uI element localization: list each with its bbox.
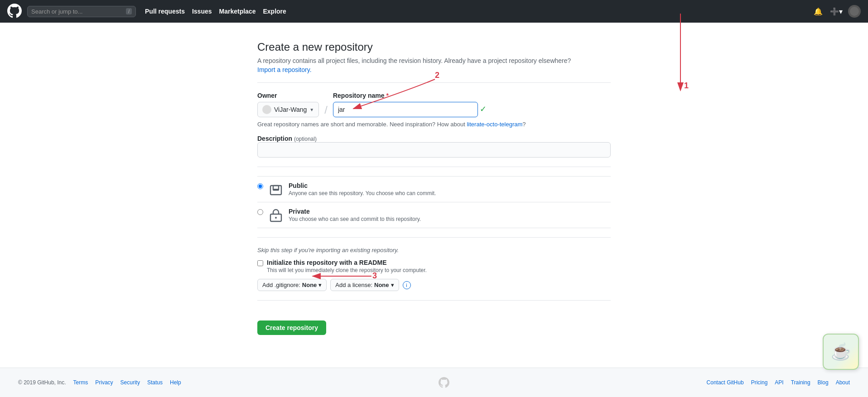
nav-marketplace[interactable]: Marketplace	[219, 8, 256, 15]
owner-dropdown[interactable]: ViJar-Wang ▼	[257, 102, 319, 117]
info-icon[interactable]: i	[403, 281, 411, 289]
dropdown-row: Add .gitignore: None ▾ Add a license: No…	[257, 279, 611, 291]
private-option: Private You choose who can see and commi…	[257, 202, 611, 228]
footer-training[interactable]: Training	[791, 379, 810, 386]
private-title: Private	[289, 208, 611, 215]
divider-top	[257, 82, 611, 83]
repo-name-group: Repository name * ✓	[333, 92, 487, 117]
init-section: Skip this step if you're importing an ex…	[257, 247, 611, 291]
optional-label: (optional)	[294, 136, 317, 142]
gitignore-chevron-icon: ▾	[318, 282, 322, 288]
description-section: Description (optional)	[257, 135, 611, 158]
footer-help[interactable]: Help	[170, 379, 181, 386]
description-input[interactable]	[257, 142, 611, 158]
private-radio[interactable]	[257, 209, 263, 215]
divider-submit	[257, 300, 611, 301]
license-label: Add a license:	[335, 282, 372, 288]
footer-center	[439, 377, 449, 388]
gitignore-value: None	[302, 282, 317, 288]
private-icon	[269, 208, 283, 222]
navbar: / Pull requests Issues Marketplace Explo…	[0, 0, 868, 23]
page-subtitle: A repository contains all project files,…	[257, 57, 611, 64]
footer-blog[interactable]: Blog	[818, 379, 829, 386]
public-radio[interactable]	[257, 183, 263, 189]
footer-terms[interactable]: Terms	[73, 379, 88, 386]
divider-init	[257, 237, 611, 238]
required-asterisk: *	[386, 92, 388, 99]
main-content: Create a new repository A repository con…	[257, 23, 611, 368]
init-checkbox-row: Initialize this repository with a README…	[257, 259, 611, 273]
search-input[interactable]	[31, 8, 126, 15]
owner-avatar	[262, 105, 271, 114]
repo-name-input[interactable]	[333, 102, 478, 117]
valid-checkmark-icon: ✓	[480, 104, 487, 114]
private-text: Private You choose who can see and commi…	[289, 208, 611, 222]
copyright: © 2019 GitHub, Inc.	[18, 379, 66, 386]
navbar-links: Pull requests Issues Marketplace Explore	[145, 8, 286, 15]
suggestion-link[interactable]: literate-octo-telegram	[467, 121, 522, 128]
footer-left: © 2019 GitHub, Inc. Terms Privacy Securi…	[18, 379, 181, 386]
public-text: Public Anyone can see this repository. Y…	[289, 182, 611, 196]
github-footer-logo	[439, 377, 449, 388]
nav-pull-requests[interactable]: Pull requests	[145, 8, 185, 15]
notifications-button[interactable]: 🔔	[812, 5, 825, 18]
skip-text: Skip this step if you're importing an ex…	[257, 247, 611, 254]
user-avatar[interactable]	[848, 5, 861, 18]
chevron-down-icon: ▼	[309, 107, 314, 112]
private-desc: You choose who can see and commit to thi…	[289, 216, 611, 222]
footer-api[interactable]: API	[775, 379, 783, 386]
svg-point-5	[275, 217, 277, 219]
owner-value: ViJar-Wang	[274, 106, 307, 113]
svg-point-0	[850, 7, 859, 16]
new-button[interactable]: ➕▾	[828, 5, 844, 18]
navbar-right: 🔔 ➕▾	[812, 5, 861, 18]
footer-privacy[interactable]: Privacy	[95, 379, 113, 386]
nav-issues[interactable]: Issues	[192, 8, 212, 15]
init-checkbox[interactable]	[257, 260, 263, 266]
public-title: Public	[289, 182, 611, 189]
license-value: None	[374, 282, 389, 288]
footer-right: Contact GitHub Pricing API Training Blog…	[707, 379, 850, 386]
license-chevron-icon: ▾	[391, 282, 394, 288]
page-title: Create a new repository	[257, 41, 611, 53]
repo-hint: Great repository names are short and mem…	[257, 121, 611, 128]
footer-contact[interactable]: Contact GitHub	[707, 379, 744, 386]
init-label: Initialize this repository with a README	[267, 259, 427, 266]
footer-security[interactable]: Security	[121, 379, 140, 386]
repo-name-label: Repository name *	[333, 92, 487, 99]
public-icon	[269, 182, 283, 196]
license-dropdown[interactable]: Add a license: None ▾	[330, 279, 399, 291]
owner-group: Owner ViJar-Wang ▼	[257, 92, 319, 117]
owner-repo-section: Owner ViJar-Wang ▼ / Repository name *	[257, 92, 611, 128]
footer-status[interactable]: Status	[147, 379, 163, 386]
gitignore-label: Add .gitignore:	[262, 282, 300, 288]
owner-repo-row: Owner ViJar-Wang ▼ / Repository name *	[257, 92, 611, 117]
kbd-slash: /	[126, 8, 132, 14]
visibility-section: Public Anyone can see this repository. Y…	[257, 176, 611, 228]
description-label: Description (optional)	[257, 135, 317, 142]
github-logo[interactable]	[7, 4, 22, 19]
search-box[interactable]: /	[27, 6, 136, 17]
create-repository-button[interactable]: Create repository	[257, 320, 326, 335]
page-body: Create a new repository A repository con…	[0, 23, 868, 397]
footer: © 2019 GitHub, Inc. Terms Privacy Securi…	[0, 368, 868, 397]
public-option: Public Anyone can see this repository. Y…	[257, 176, 611, 202]
init-text: Initialize this repository with a README…	[267, 259, 427, 273]
owner-label: Owner	[257, 92, 319, 99]
nav-explore[interactable]: Explore	[263, 8, 286, 15]
footer-about[interactable]: About	[836, 379, 850, 386]
import-link[interactable]: Import a repository.	[257, 66, 312, 73]
footer-pricing[interactable]: Pricing	[751, 379, 768, 386]
gitignore-dropdown[interactable]: Add .gitignore: None ▾	[257, 279, 327, 291]
sticker-decoration: ☕	[823, 334, 859, 370]
public-desc: Anyone can see this repository. You choo…	[289, 190, 611, 196]
slash-separator: /	[323, 104, 329, 116]
divider-visibility	[257, 167, 611, 167]
init-sublabel: This will let you immediately clone the …	[267, 267, 427, 273]
